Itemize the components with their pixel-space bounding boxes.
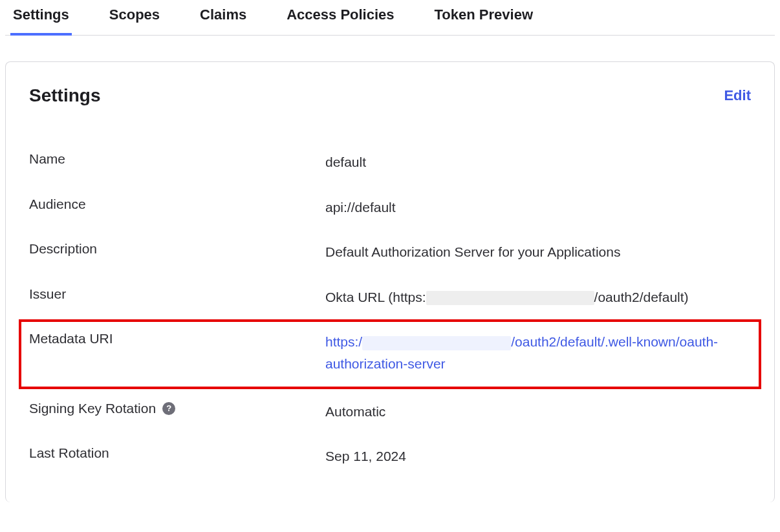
- field-value-name: default: [325, 151, 366, 173]
- field-last-rotation: Last Rotation Sep 11, 2024: [29, 434, 751, 479]
- metadata-uri-prefix: https:/: [325, 334, 362, 349]
- issuer-redacted: [426, 291, 594, 305]
- tab-settings[interactable]: Settings: [12, 0, 70, 35]
- signing-key-rotation-text: Signing Key Rotation: [29, 401, 156, 416]
- field-label-issuer: Issuer: [29, 286, 325, 302]
- field-value-last-rotation: Sep 11, 2024: [325, 445, 406, 467]
- field-value-metadata-uri: https://oauth2/default/.well-known/oauth…: [325, 331, 751, 374]
- field-description: Description Default Authorization Server…: [29, 229, 751, 275]
- panel-title: Settings: [29, 85, 100, 106]
- metadata-uri-highlight: Metadata URI https://oauth2/default/.wel…: [19, 319, 761, 388]
- field-value-audience: api://default: [325, 197, 396, 218]
- tab-claims[interactable]: Claims: [199, 0, 248, 35]
- field-value-description: Default Authorization Server for your Ap…: [325, 241, 620, 263]
- settings-panel: Settings Edit Name default Audience api:…: [5, 61, 775, 502]
- panel-header: Settings Edit: [29, 85, 751, 106]
- tab-bar: Settings Scopes Claims Access Policies T…: [5, 0, 775, 36]
- field-label-last-rotation: Last Rotation: [29, 445, 325, 461]
- field-value-issuer: Okta URL (https:/oauth2/default): [325, 286, 689, 308]
- metadata-uri-link[interactable]: https://oauth2/default/.well-known/oauth…: [325, 334, 718, 371]
- field-signing-key-rotation: Signing Key Rotation ? Automatic: [29, 389, 751, 434]
- metadata-uri-redacted: [362, 336, 511, 350]
- tab-access-policies[interactable]: Access Policies: [285, 0, 395, 35]
- field-name: Name default: [29, 140, 751, 185]
- issuer-prefix: Okta URL (https:: [325, 290, 426, 304]
- issuer-suffix: /oauth2/default): [594, 290, 689, 304]
- tab-scopes[interactable]: Scopes: [108, 0, 161, 35]
- help-icon[interactable]: ?: [162, 402, 175, 415]
- field-label-signing-key-rotation: Signing Key Rotation ?: [29, 401, 325, 416]
- field-issuer: Issuer Okta URL (https:/oauth2/default): [29, 275, 751, 320]
- field-label-audience: Audience: [29, 197, 325, 212]
- field-value-signing-key-rotation: Automatic: [325, 401, 385, 423]
- field-label-description: Description: [29, 241, 325, 257]
- edit-button[interactable]: Edit: [724, 87, 751, 104]
- field-label-name: Name: [29, 151, 325, 167]
- field-metadata-uri: Metadata URI https://oauth2/default/.wel…: [29, 331, 751, 374]
- field-label-metadata-uri: Metadata URI: [29, 331, 325, 346]
- tab-token-preview[interactable]: Token Preview: [433, 0, 534, 35]
- field-audience: Audience api://default: [29, 185, 751, 230]
